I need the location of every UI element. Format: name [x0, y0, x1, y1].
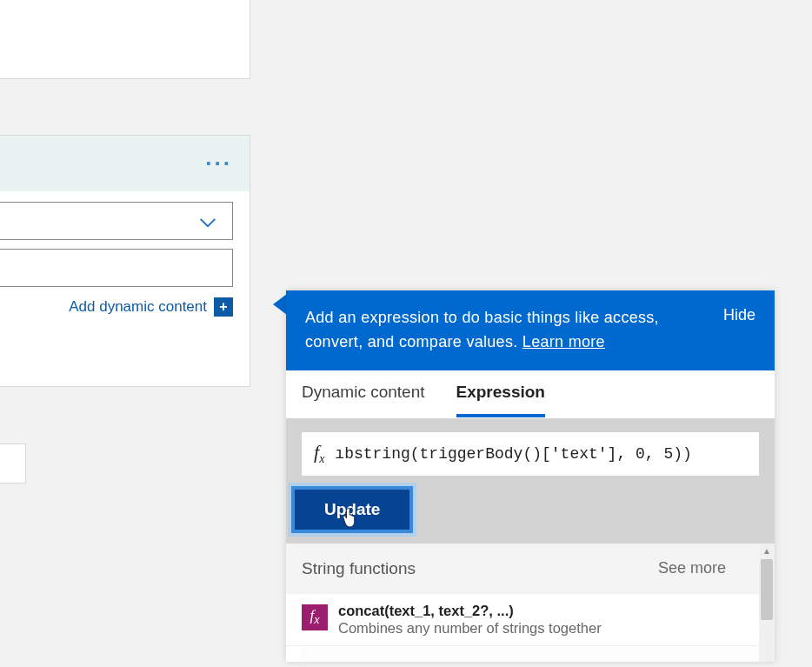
expression-tabs: Dynamic content Expression [286, 370, 775, 418]
expression-panel-header: Add an expression to do basic things lik… [286, 290, 775, 370]
partial-step-box [0, 444, 26, 484]
tab-dynamic-content[interactable]: Dynamic content [302, 383, 425, 417]
fx-badge-icon: fx [302, 604, 328, 630]
fx-icon: fx [314, 441, 324, 466]
trigger-card-top [0, 0, 250, 79]
hide-button[interactable]: Hide [723, 306, 755, 324]
scroll-thumb[interactable] [761, 559, 773, 620]
scrollbar[interactable]: ▲ [759, 544, 775, 662]
scroll-up-icon[interactable]: ▲ [759, 544, 775, 559]
function-item-concat[interactable]: fx concat(text_1, text_2?, ...) Combines… [286, 594, 775, 646]
chevron-down-icon [199, 216, 216, 226]
expression-header-text: Add an expression to do basic things lik… [305, 306, 706, 355]
text-input-field[interactable] [0, 249, 233, 287]
callout-pointer-icon [273, 294, 287, 315]
function-description: Combines any number of strings together [338, 620, 602, 637]
action-card-header: ··· [0, 136, 250, 191]
more-options-icon[interactable]: ··· [205, 152, 232, 175]
expression-button-row: Update [286, 476, 775, 544]
learn-more-link[interactable]: Learn more [522, 333, 605, 350]
expression-text: ıbstring(triggerBody()['text'], 0, 5)) [335, 445, 691, 463]
function-group-title: String functions [302, 559, 416, 578]
expression-input[interactable]: fx ıbstring(triggerBody()['text'], 0, 5)… [302, 432, 759, 476]
next-function-stub [302, 646, 759, 662]
functions-list: String functions See more fx concat(text… [286, 544, 775, 662]
add-dynamic-content-link[interactable]: Add dynamic content [69, 298, 207, 316]
add-dynamic-content-row: Add dynamic content + [0, 294, 233, 317]
plus-icon[interactable]: + [214, 297, 233, 317]
action-card: ··· Add dynamic content + [0, 135, 250, 387]
tab-expression[interactable]: Expression [456, 383, 545, 417]
update-button[interactable]: Update [291, 486, 413, 533]
action-card-body: Add dynamic content + [0, 191, 250, 317]
function-group-header: String functions See more [286, 544, 775, 594]
function-signature: concat(text_1, text_2?, ...) [338, 603, 602, 619]
dropdown-field[interactable] [0, 202, 233, 240]
function-item-text: concat(text_1, text_2?, ...) Combines an… [338, 603, 602, 637]
expression-header-message: Add an expression to do basic things lik… [305, 309, 659, 350]
expression-panel: Add an expression to do basic things lik… [286, 290, 775, 662]
expression-input-area: fx ıbstring(triggerBody()['text'], 0, 5)… [286, 418, 775, 476]
see-more-link[interactable]: See more [658, 559, 726, 577]
update-button-label: Update [324, 500, 380, 518]
